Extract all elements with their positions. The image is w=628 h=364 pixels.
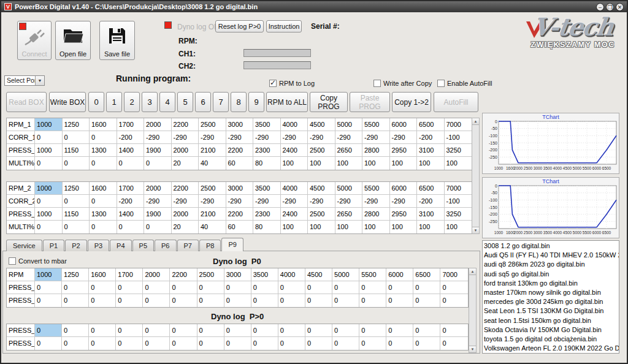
table-cell[interactable]: -290: [308, 195, 335, 208]
table-cell[interactable]: -290: [390, 131, 418, 144]
digit-button-3[interactable]: 3: [142, 92, 158, 112]
table-cell[interactable]: 1900: [144, 144, 172, 157]
table-cell[interactable]: 100: [445, 157, 472, 170]
table-cell[interactable]: -200: [417, 195, 445, 208]
dyno-scrollbar[interactable]: ▲ ▼: [469, 268, 477, 353]
table-cell[interactable]: 0: [90, 221, 117, 233]
table-cell[interactable]: 6000: [386, 268, 413, 281]
tab-p4[interactable]: P4: [110, 240, 131, 251]
table-cell[interactable]: 0: [116, 294, 143, 307]
table-cell[interactable]: 0: [143, 337, 170, 350]
table-cell[interactable]: 0: [197, 337, 224, 350]
table-cell[interactable]: 2200: [172, 118, 199, 131]
table-cell[interactable]: 0: [62, 294, 89, 307]
table-cell[interactable]: 2500: [199, 118, 226, 131]
table-cell[interactable]: 20: [172, 157, 199, 170]
table-cell[interactable]: 0: [224, 294, 251, 307]
table-cell[interactable]: 2200: [226, 144, 254, 157]
table-cell[interactable]: 3250: [445, 144, 472, 157]
file-item[interactable]: Volkswagen Arteon FL 2.0 190KM 2022 Go D…: [484, 344, 619, 353]
table-cell[interactable]: 0: [251, 337, 278, 350]
table-cell[interactable]: 1600: [90, 118, 117, 131]
digit-button-9[interactable]: 9: [248, 92, 264, 112]
table-cell[interactable]: 0: [359, 294, 386, 307]
digit-button-0[interactable]: 0: [88, 92, 104, 112]
write-box-button[interactable]: Write BOX: [49, 92, 86, 112]
table-cell[interactable]: 0: [116, 281, 143, 294]
table-cell[interactable]: 2300: [253, 144, 281, 157]
table-cell[interactable]: 1700: [117, 118, 145, 131]
tab-p3[interactable]: P3: [88, 240, 109, 251]
table-cell[interactable]: 0: [224, 324, 251, 337]
table-cell[interactable]: 7000: [445, 182, 472, 195]
table-cell[interactable]: 0: [89, 324, 116, 337]
write-after-copy-option[interactable]: Write after Copy: [373, 80, 432, 87]
table-cell[interactable]: 0: [35, 131, 63, 144]
rpm-to-all-button[interactable]: RPM to ALL: [266, 92, 308, 112]
table-cell[interactable]: 6500: [417, 182, 445, 195]
table-cell[interactable]: 2100: [199, 144, 226, 157]
table-cell[interactable]: 3000: [224, 268, 251, 281]
table-cell[interactable]: 2500: [197, 268, 224, 281]
table-cell[interactable]: -290: [253, 131, 281, 144]
digit-button-2[interactable]: 2: [124, 92, 140, 112]
table-cell[interactable]: 1300: [90, 144, 117, 157]
digit-button-4[interactable]: 4: [159, 92, 175, 112]
table-cell[interactable]: 80: [253, 157, 281, 170]
table-cell[interactable]: 100: [417, 221, 445, 233]
table-cell[interactable]: 100: [281, 221, 308, 233]
table-cell[interactable]: 1000: [35, 118, 63, 131]
table-cell[interactable]: 100: [390, 221, 418, 233]
table-cell[interactable]: 0: [359, 337, 386, 350]
table-cell[interactable]: 1700: [117, 182, 145, 195]
table-cell[interactable]: 0: [62, 337, 89, 350]
chevron-down-icon[interactable]: ▼: [35, 76, 44, 85]
table-cell[interactable]: -290: [144, 195, 172, 208]
table-cell[interactable]: 4500: [308, 118, 335, 131]
table-cell[interactable]: 1600: [90, 182, 117, 195]
maximize-button[interactable]: ❒: [606, 3, 614, 11]
table-cell[interactable]: -200: [417, 131, 445, 144]
table-cell[interactable]: 0: [170, 324, 197, 337]
table-cell[interactable]: 0: [35, 195, 63, 208]
table-cell[interactable]: 0: [440, 324, 467, 337]
table-cell[interactable]: 100: [417, 157, 445, 170]
table-cell[interactable]: 1250: [63, 118, 90, 131]
table-cell[interactable]: 3000: [226, 182, 254, 195]
table-cell[interactable]: -290: [144, 131, 172, 144]
tab-p1[interactable]: P1: [43, 240, 64, 251]
file-item[interactable]: audi q8 286km 2023 go digital.bin: [484, 260, 619, 269]
digit-button-5[interactable]: 5: [177, 92, 193, 112]
table-cell[interactable]: 1400: [117, 208, 145, 221]
table-cell[interactable]: 1900: [144, 208, 172, 221]
table-cell[interactable]: -290: [172, 195, 199, 208]
rpm-to-log-option[interactable]: RPM to Log: [269, 80, 315, 87]
digit-button-6[interactable]: 6: [195, 92, 211, 112]
table-cell[interactable]: 2500: [308, 144, 335, 157]
table-cell[interactable]: 0: [305, 294, 332, 307]
table-cell[interactable]: 0: [224, 281, 251, 294]
table-cell[interactable]: 2650: [335, 144, 363, 157]
digit-button-1[interactable]: 1: [106, 92, 122, 112]
table-cell[interactable]: 2200: [226, 208, 254, 221]
table-cell[interactable]: 0: [35, 294, 62, 307]
scroll-down-icon[interactable]: ▼: [472, 227, 479, 233]
table-cell[interactable]: 0: [62, 324, 89, 337]
table-cell[interactable]: 2400: [281, 144, 308, 157]
table-cell[interactable]: 2800: [362, 208, 390, 221]
table-cell[interactable]: 3100: [417, 208, 445, 221]
table-cell[interactable]: 0: [386, 324, 413, 337]
table-cell[interactable]: 100: [445, 221, 472, 233]
table-cell[interactable]: 0: [89, 281, 116, 294]
table-cell[interactable]: 2200: [170, 268, 197, 281]
table-cell[interactable]: 100: [390, 157, 418, 170]
table-cell[interactable]: 0: [62, 281, 89, 294]
table-cell[interactable]: 0: [413, 281, 440, 294]
table-cell[interactable]: 3000: [226, 118, 254, 131]
table-cell[interactable]: -290: [335, 195, 363, 208]
table-cell[interactable]: 0: [440, 294, 467, 307]
connect-button[interactable]: Connect: [17, 21, 52, 60]
table-cell[interactable]: 0: [90, 195, 117, 208]
table-cell[interactable]: -290: [281, 131, 308, 144]
table-cell[interactable]: 4500: [305, 268, 332, 281]
